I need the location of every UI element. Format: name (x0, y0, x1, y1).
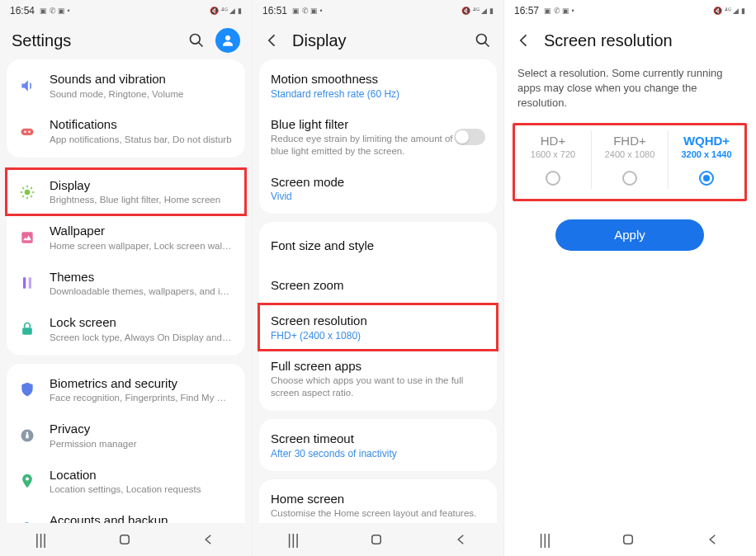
dnd-icon (18, 122, 36, 140)
speaker-icon (18, 77, 36, 95)
recents-key[interactable]: ||| (539, 531, 550, 549)
row-value: Vivid (271, 191, 485, 202)
page-title: Settings (12, 31, 181, 50)
row-title: Home screen (271, 491, 485, 507)
display-row-screen-timeout[interactable]: Screen timeout After 30 seconds of inact… (259, 422, 497, 468)
settings-row-accounts-and-backup[interactable]: Accounts and backup Samsung Cloud, Smart… (7, 504, 245, 523)
svg-rect-16 (23, 278, 26, 289)
display-row-motion-smoothness[interactable]: Motion smoothness Standard refresh rate … (259, 63, 497, 108)
row-value: FHD+ (2400 x 1080) (271, 330, 485, 342)
row-title: Themes (50, 269, 234, 285)
home-key[interactable] (117, 532, 132, 547)
row-title: Privacy (50, 421, 234, 437)
resolution-option-wqhdplus[interactable]: WQHD+ 3200 x 1440 (669, 130, 744, 189)
wallpaper-icon (18, 229, 36, 247)
display-row-blue-light-filter[interactable]: Blue light filter Reduce eye strain by l… (259, 108, 497, 166)
row-value: Standard refresh rate (60 Hz) (271, 88, 485, 100)
back-icon[interactable] (516, 32, 532, 49)
header: Screen resolution (504, 21, 755, 59)
display-row-home-screen[interactable]: Home screen Customise the Home screen la… (259, 483, 497, 523)
svg-point-21 (26, 431, 29, 434)
row-subtitle: Reduce eye strain by limiting the amount… (271, 133, 454, 158)
row-subtitle: Sound mode, Ringtone, Volume (50, 88, 234, 101)
row-subtitle: Permission manager (50, 438, 234, 450)
row-title: Biometrics and security (50, 375, 234, 392)
row-subtitle: Location settings, Location requests (50, 483, 234, 496)
settings-row-privacy[interactable]: Privacy Permission manager (7, 412, 245, 458)
status-bar: 16:54 ▣ ✆ ▣ • 🔇 ⁴ᴳ ◢ ▮ (0, 0, 252, 21)
display-row-full-screen-apps[interactable]: Full screen apps Choose which apps you w… (259, 350, 497, 408)
option-name: HD+ (517, 134, 589, 148)
clock: 16:57 (514, 5, 539, 16)
row-title: Sounds and vibration (50, 71, 234, 87)
settings-row-biometrics-and-security[interactable]: Biometrics and security Face recognition… (7, 367, 245, 412)
row-subtitle: Customise the Home screen layout and fea… (271, 507, 485, 520)
home-key[interactable] (369, 532, 384, 547)
display-row-screen-mode[interactable]: Screen mode Vivid (259, 166, 497, 211)
settings-row-location[interactable]: Location Location settings, Location req… (7, 459, 245, 504)
row-title: Lock screen (50, 314, 234, 331)
svg-rect-20 (26, 434, 28, 438)
svg-line-26 (485, 43, 489, 47)
settings-row-wallpaper[interactable]: Wallpaper Home screen wallpaper, Lock sc… (7, 214, 245, 260)
brightness-icon (18, 183, 36, 201)
row-value: After 30 seconds of inactivity (271, 448, 485, 459)
recents-key[interactable]: ||| (35, 531, 46, 549)
back-key[interactable] (454, 532, 469, 547)
settings-row-themes[interactable]: Themes Downloadable themes, wallpapers, … (7, 261, 245, 306)
nav-bar: ||| (504, 523, 755, 556)
settings-row-sounds-and-vibration[interactable]: Sounds and vibration Sound mode, Rington… (7, 63, 245, 108)
svg-point-4 (24, 131, 26, 134)
status-right-icons: 🔇 ⁴ᴳ ◢ ▮ (713, 7, 745, 15)
display-row-font-size-and-style[interactable]: Font size and style (259, 225, 497, 265)
row-title: Location (50, 467, 234, 483)
back-key[interactable] (201, 532, 216, 547)
option-name: WQHD+ (670, 134, 743, 148)
option-dimensions: 3200 x 1440 (670, 149, 743, 159)
home-key[interactable] (621, 532, 636, 547)
option-dimensions: 1600 x 720 (517, 149, 589, 159)
row-subtitle: Brightness, Blue light filter, Home scre… (50, 194, 234, 206)
clock: 16:54 (10, 5, 35, 16)
back-key[interactable] (706, 532, 721, 547)
display-row-screen-resolution[interactable]: Screen resolution FHD+ (2400 x 1080) (259, 304, 497, 350)
phone-resolution: 16:57 ▣ ✆ ▣ • 🔇 ⁴ᴳ ◢ ▮ Screen resolution… (503, 0, 755, 556)
search-icon[interactable] (474, 31, 492, 49)
lock-icon (18, 320, 36, 338)
apply-button[interactable]: Apply (555, 219, 704, 251)
row-subtitle: Downloadable themes, wallpapers, and ico… (50, 285, 234, 298)
recents-key[interactable]: ||| (287, 531, 299, 549)
svg-rect-28 (624, 535, 633, 544)
settings-row-display[interactable]: Display Brightness, Blue light filter, H… (7, 169, 245, 214)
svg-rect-3 (21, 129, 34, 135)
status-left-icons: ▣ ✆ ▣ • (40, 7, 70, 15)
pin-icon (18, 472, 36, 490)
svg-rect-24 (120, 535, 129, 544)
row-title: Wallpaper (50, 223, 234, 239)
display-row-screen-zoom[interactable]: Screen zoom (259, 265, 497, 304)
search-icon[interactable] (187, 31, 206, 49)
page-title: Screen resolution (544, 31, 744, 50)
toggle-switch[interactable] (454, 129, 485, 145)
svg-rect-15 (21, 232, 32, 243)
settings-row-lock-screen[interactable]: Lock screen Screen lock type, Always On … (7, 306, 245, 351)
settings-row-notifications[interactable]: Notifications App notifications, Status … (7, 108, 245, 153)
row-title: Font size and style (271, 238, 485, 254)
status-bar: 16:51 ▣ ✆ ▣ • 🔇 ⁴ᴳ ◢ ▮ (253, 0, 503, 21)
row-title: Screen timeout (271, 431, 485, 447)
radio-icon (699, 171, 714, 186)
row-title: Motion smoothness (271, 71, 485, 87)
status-left-icons: ▣ ✆ ▣ • (544, 7, 574, 15)
row-subtitle: App notifications, Status bar, Do not di… (50, 134, 234, 146)
status-left-icons: ▣ ✆ ▣ • (292, 7, 323, 15)
svg-line-12 (31, 196, 32, 197)
resolution-option-fhdplus[interactable]: FHD+ 2400 x 1080 (592, 130, 669, 189)
header: Display (253, 21, 503, 59)
back-icon[interactable] (264, 32, 281, 49)
svg-point-2 (225, 35, 230, 40)
profile-avatar[interactable] (215, 28, 240, 53)
resolution-option-hdplus[interactable]: HD+ 1600 x 720 (515, 130, 592, 189)
themes-icon (18, 274, 36, 292)
row-subtitle: Face recognition, Fingerprints, Find My … (50, 392, 234, 404)
row-title: Blue light filter (271, 116, 454, 133)
